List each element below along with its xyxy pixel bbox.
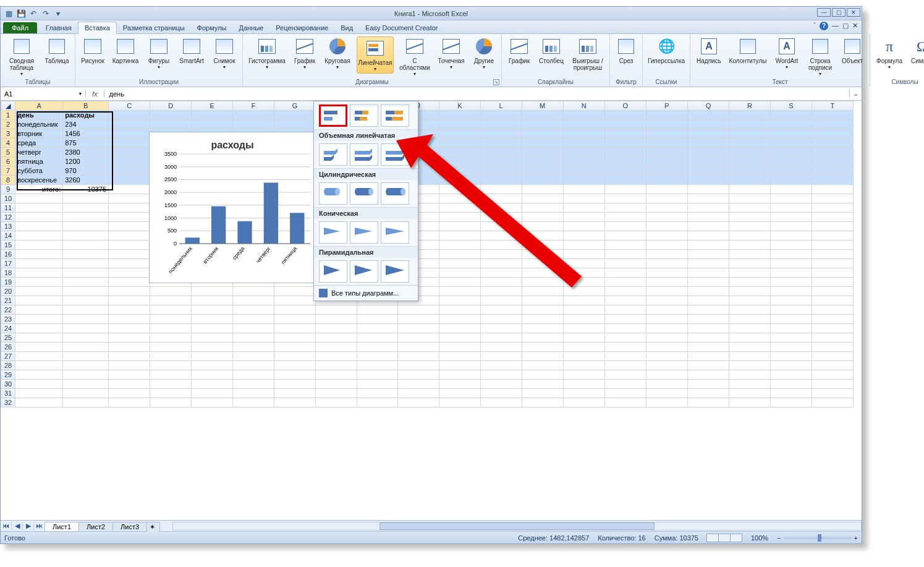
cell-K16[interactable] [439, 250, 480, 259]
cell-D20[interactable] [150, 287, 192, 296]
column-header-K[interactable]: K [439, 101, 480, 111]
cell-K23[interactable] [439, 315, 480, 324]
column-header-T[interactable]: T [812, 101, 853, 111]
cell-Q9[interactable] [687, 185, 729, 194]
cell-M20[interactable] [522, 287, 563, 296]
cell-M26[interactable] [522, 343, 563, 352]
cell-C24[interactable] [109, 324, 150, 333]
cell-C32[interactable] [109, 398, 150, 407]
cell-R1[interactable] [729, 111, 771, 120]
cell-S2[interactable] [771, 120, 812, 129]
column-header-N[interactable]: N [563, 101, 604, 111]
cell-Q11[interactable] [687, 203, 729, 213]
cell-C1[interactable] [109, 111, 150, 120]
cell-F24[interactable] [233, 324, 274, 333]
cell-M17[interactable] [522, 259, 563, 268]
column-header-C[interactable]: C [109, 101, 150, 111]
cell-G24[interactable] [274, 324, 315, 333]
cell-C12[interactable] [109, 213, 150, 222]
cell-N12[interactable] [563, 213, 604, 222]
cell-C7[interactable] [109, 166, 150, 176]
cell-P28[interactable] [646, 361, 687, 370]
cell-I31[interactable] [357, 389, 398, 398]
cell-B12[interactable] [63, 213, 109, 222]
cell-S26[interactable] [771, 343, 812, 352]
cell-C10[interactable] [109, 194, 150, 203]
cell-N32[interactable] [563, 398, 604, 407]
cell-B4[interactable]: 875 [63, 139, 109, 148]
cell-D32[interactable] [150, 398, 192, 407]
cell-F25[interactable] [233, 333, 274, 343]
cell-N21[interactable] [563, 296, 604, 305]
cell-J31[interactable] [398, 389, 439, 398]
cell-R29[interactable] [729, 370, 771, 380]
cell-O9[interactable] [604, 185, 646, 194]
cell-O4[interactable] [604, 139, 646, 148]
cell-K5[interactable] [439, 148, 480, 157]
cell-N18[interactable] [563, 268, 604, 278]
cell-S27[interactable] [771, 352, 812, 361]
gallery-item-pyr-2[interactable] [350, 260, 378, 283]
cell-M6[interactable] [522, 157, 563, 166]
cell-G20[interactable] [274, 287, 315, 296]
cell-R23[interactable] [729, 315, 771, 324]
cell-Q13[interactable] [687, 222, 729, 231]
cell-N1[interactable] [563, 111, 604, 120]
cell-Q23[interactable] [687, 315, 729, 324]
cell-L31[interactable] [480, 389, 522, 398]
cell-A22[interactable] [15, 305, 63, 315]
cell-F31[interactable] [233, 389, 274, 398]
cell-C29[interactable] [109, 370, 150, 380]
cell-I23[interactable] [357, 315, 398, 324]
cell-T8[interactable] [812, 176, 853, 185]
cell-Q27[interactable] [687, 352, 729, 361]
cell-O25[interactable] [604, 333, 646, 343]
cell-K20[interactable] [439, 287, 480, 296]
cell-G25[interactable] [274, 333, 315, 343]
cell-N14[interactable] [563, 231, 604, 241]
row-header-26[interactable]: 26 [1, 343, 15, 352]
cell-Q16[interactable] [687, 250, 729, 259]
cell-L17[interactable] [480, 259, 522, 268]
cell-I32[interactable] [357, 398, 398, 407]
cell-B21[interactable] [63, 296, 109, 305]
cell-P31[interactable] [646, 389, 687, 398]
cell-B16[interactable] [63, 250, 109, 259]
cell-L27[interactable] [480, 352, 522, 361]
cell-R25[interactable] [729, 333, 771, 343]
row-header-29[interactable]: 29 [1, 370, 15, 380]
cell-O18[interactable] [604, 268, 646, 278]
cell-Q18[interactable] [687, 268, 729, 278]
clipart-button[interactable]: Картинка [110, 36, 141, 64]
column-chart-button[interactable]: Гистограмма▾ [247, 36, 287, 70]
cell-S6[interactable] [771, 157, 812, 166]
cell-L24[interactable] [480, 324, 522, 333]
row-header-4[interactable]: 4 [1, 139, 15, 148]
cell-T10[interactable] [812, 194, 853, 203]
row-header-25[interactable]: 25 [1, 333, 15, 343]
row-header-8[interactable]: 8 [1, 176, 15, 185]
cell-L7[interactable] [480, 166, 522, 176]
column-header-M[interactable]: M [522, 101, 563, 111]
sparkline-winloss-button[interactable]: Выигрыш / проигрыш [570, 36, 606, 71]
row-header-13[interactable]: 13 [1, 222, 15, 231]
cell-R4[interactable] [729, 139, 771, 148]
cell-A23[interactable] [15, 315, 63, 324]
cell-S7[interactable] [771, 166, 812, 176]
cell-R31[interactable] [729, 389, 771, 398]
cell-I30[interactable] [357, 380, 398, 389]
cell-M9[interactable] [522, 185, 563, 194]
cell-L15[interactable] [480, 241, 522, 250]
undo-icon[interactable]: ↶ [28, 8, 39, 19]
cell-P11[interactable] [646, 203, 687, 213]
cell-F1[interactable] [233, 111, 274, 120]
cell-O31[interactable] [604, 389, 646, 398]
name-box[interactable]: A1▾ [1, 90, 86, 98]
cell-T23[interactable] [812, 315, 853, 324]
tab-pagelayout[interactable]: Разметка страницы [117, 22, 191, 33]
cell-T5[interactable] [812, 148, 853, 157]
row-header-2[interactable]: 2 [1, 120, 15, 129]
cell-B30[interactable] [63, 380, 109, 389]
cell-A16[interactable] [15, 250, 63, 259]
cell-P8[interactable] [646, 176, 687, 185]
